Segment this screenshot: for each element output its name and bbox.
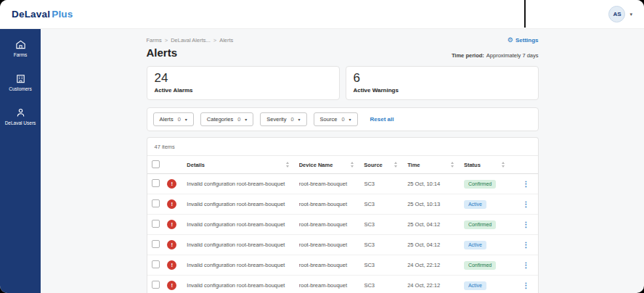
dropdown-label: Source: [320, 116, 338, 123]
main-content: Farms > DeLaval Alerts... > Alerts ⚙ Set…: [41, 29, 644, 293]
row-time: 25 Oct, 10:14: [407, 181, 464, 187]
row-checkbox[interactable]: [152, 220, 160, 228]
top-bar: DeLavalPlus AS ▾: [0, 0, 644, 29]
column-header-status[interactable]: Status: [464, 162, 515, 168]
alarm-icon: !: [167, 240, 176, 249]
reset-all-button[interactable]: Reset all: [370, 116, 394, 123]
row-actions-menu-icon[interactable]: ⋮: [523, 242, 530, 249]
row-device-name: root-bream-bouquet: [299, 181, 364, 187]
column-header-time[interactable]: Time: [407, 162, 464, 168]
row-source: SC3: [364, 221, 407, 228]
sidebar-item-label: Customers: [9, 86, 31, 92]
severity-filter-dropdown[interactable]: Severity 0 ▾: [260, 112, 306, 126]
user-icon: [15, 107, 26, 118]
active-alarms-label: Active Alarms: [155, 87, 332, 94]
active-alarms-card: 24 Active Alarms: [147, 66, 340, 100]
row-time: 24 Oct, 22:12: [407, 282, 464, 289]
dropdown-count: 0: [237, 116, 240, 123]
breadcrumb-separator: >: [165, 37, 168, 44]
row-source: SC3: [364, 201, 407, 207]
row-device-name: root-bream-bouquet: [299, 282, 364, 289]
dropdown-label: Categories: [207, 116, 233, 123]
brand-primary: DeLaval: [12, 9, 50, 20]
sidebar-item-label: DeLaval Users: [5, 120, 36, 126]
barn-icon: [15, 39, 26, 50]
row-checkbox[interactable]: [152, 281, 160, 289]
column-header-device-name[interactable]: Device Name: [299, 162, 364, 168]
column-header-details[interactable]: Details: [187, 162, 298, 168]
row-time: 25 Oct, 10:13: [407, 201, 464, 207]
row-actions-menu-icon[interactable]: ⋮: [523, 282, 530, 289]
alerts-filter-dropdown[interactable]: Alerts 0 ▾: [153, 112, 194, 126]
row-device-name: root-bream-bouquet: [299, 221, 364, 228]
breadcrumb-item[interactable]: Alerts: [219, 37, 233, 44]
alarm-icon: !: [167, 281, 176, 290]
brand-logo[interactable]: DeLavalPlus: [12, 9, 73, 20]
app-window: DeLavalPlus AS ▾ Farms Customers DeLaval…: [0, 0, 644, 293]
active-alarms-count: 24: [155, 71, 332, 86]
column-header-source[interactable]: Source: [364, 162, 407, 168]
select-all-checkbox[interactable]: [152, 160, 160, 168]
time-period: Time period:Approximately 7 days: [452, 52, 539, 59]
avatar[interactable]: AS: [608, 6, 625, 22]
row-source: SC3: [364, 282, 407, 289]
time-period-value: Approximately 7 days: [486, 52, 539, 59]
sort-icon[interactable]: [394, 162, 397, 168]
table-header: Details Device Name Source Time: [147, 155, 538, 174]
status-badge: Active: [464, 200, 486, 209]
chevron-down-icon: ▾: [629, 12, 632, 17]
alerts-table: 47 items Details Device Name Source: [147, 137, 539, 293]
row-checkbox[interactable]: [152, 260, 160, 268]
row-source: SC3: [364, 181, 407, 187]
row-details: Invalid configuration root-bream-bouquet: [187, 262, 298, 268]
row-actions-menu-icon[interactable]: ⋮: [523, 262, 530, 269]
alarm-icon: !: [167, 199, 176, 209]
row-actions-menu-icon[interactable]: ⋮: [523, 221, 530, 228]
sort-icon[interactable]: [502, 162, 505, 168]
breadcrumb: Farms > DeLaval Alerts... > Alerts: [147, 37, 234, 44]
active-warnings-count: 6: [354, 71, 531, 86]
settings-label: Settings: [515, 37, 539, 44]
table-row: ! Invalid configuration root-bream-bouqu…: [147, 235, 538, 255]
row-checkbox[interactable]: [152, 179, 160, 187]
sidebar-item-farms[interactable]: Farms: [0, 39, 41, 58]
table-body: ! Invalid configuration root-bream-bouqu…: [147, 174, 538, 293]
alarm-icon: !: [167, 260, 176, 270]
items-count: 47 items: [147, 138, 538, 155]
sort-icon[interactable]: [351, 162, 354, 168]
breadcrumb-item[interactable]: Farms: [147, 37, 162, 44]
sort-icon[interactable]: [286, 162, 289, 168]
table-row: ! Invalid configuration root-bream-bouqu…: [147, 174, 538, 194]
row-details: Invalid configuration root-bream-bouquet: [187, 221, 298, 228]
sidebar-item-delaval-users[interactable]: DeLaval Users: [0, 107, 41, 126]
row-checkbox[interactable]: [152, 240, 160, 248]
sidebar-item-label: Farms: [14, 52, 27, 58]
row-time: 25 Oct, 04:12: [407, 221, 464, 228]
chevron-down-icon: ▾: [185, 117, 187, 122]
table-row: ! Invalid configuration root-bream-bouqu…: [147, 276, 538, 293]
row-time: 24 Oct, 22:12: [407, 262, 464, 268]
row-device-name: root-bream-bouquet: [299, 201, 364, 207]
breadcrumb-item[interactable]: DeLaval Alerts...: [171, 37, 211, 44]
account-menu[interactable]: AS ▾: [608, 6, 632, 22]
gear-icon: ⚙: [508, 36, 513, 44]
alarm-icon: !: [167, 220, 176, 229]
status-badge: Confirmed: [464, 180, 496, 189]
row-actions-menu-icon[interactable]: ⋮: [523, 201, 530, 208]
row-details: Invalid configuration root-bream-bouquet: [187, 181, 298, 187]
row-details: Invalid configuration root-bream-bouquet: [187, 282, 298, 289]
sort-icon[interactable]: [451, 162, 454, 168]
chevron-down-icon: ▾: [245, 117, 247, 122]
row-source: SC3: [364, 242, 407, 248]
row-actions-menu-icon[interactable]: ⋮: [523, 181, 530, 188]
source-filter-dropdown[interactable]: Source 0 ▾: [314, 112, 358, 126]
categories-filter-dropdown[interactable]: Categories 0 ▾: [200, 112, 253, 126]
active-warnings-label: Active Warnings: [354, 87, 531, 94]
settings-button[interactable]: ⚙ Settings: [508, 36, 539, 44]
table-row: ! Invalid configuration root-bream-bouqu…: [147, 255, 538, 276]
time-period-label: Time period:: [452, 52, 484, 59]
dropdown-count: 0: [178, 116, 181, 123]
dropdown-count: 0: [341, 116, 344, 123]
sidebar-item-customers[interactable]: Customers: [0, 73, 41, 92]
row-checkbox[interactable]: [152, 199, 160, 207]
